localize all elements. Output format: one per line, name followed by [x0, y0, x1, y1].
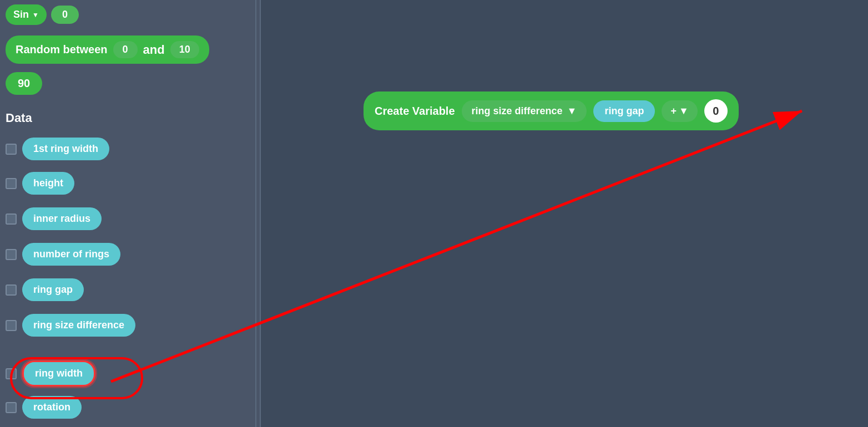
- plus-button[interactable]: + ▼: [662, 100, 697, 122]
- var-item-ring-gap: ring gap: [6, 278, 84, 301]
- ninety-block[interactable]: 90: [6, 72, 42, 95]
- var-item-inner-radius: inner radius: [6, 207, 102, 230]
- data-section-label: Data: [6, 111, 32, 125]
- var-checkbox-number-of-rings[interactable]: [6, 249, 17, 260]
- sidebar: Sin ▼ 0 Random between 0 and 10 90 Data …: [0, 0, 261, 427]
- sin-label: Sin: [13, 9, 29, 21]
- ring-gap-pill[interactable]: ring gap: [593, 100, 655, 122]
- plus-label: +: [670, 105, 677, 117]
- var-item-ring-width: ring width: [6, 360, 95, 387]
- var-checkbox-ring-width[interactable]: [6, 368, 17, 379]
- random-to-value[interactable]: 10: [170, 41, 199, 58]
- var-item-rotation: rotation: [6, 396, 82, 419]
- create-variable-block: Create Variable ring size difference ▼ r…: [364, 92, 739, 130]
- var-checkbox-1st-ring-width[interactable]: [6, 144, 17, 155]
- var-checkbox-inner-radius[interactable]: [6, 214, 17, 225]
- canvas-area: Create Variable ring size difference ▼ r…: [261, 0, 868, 427]
- ninety-value: 90: [18, 77, 30, 89]
- ring-size-difference-dropdown[interactable]: ring size difference ▼: [462, 100, 587, 122]
- random-between-block[interactable]: Random between 0 and 10: [6, 35, 209, 64]
- sin-dropdown-arrow: ▼: [32, 11, 39, 19]
- var-pill-ring-size-difference[interactable]: ring size difference: [22, 314, 135, 337]
- sin-button[interactable]: Sin ▼: [6, 4, 47, 25]
- sin-value[interactable]: 0: [51, 6, 79, 24]
- var-pill-ring-width[interactable]: ring width: [22, 360, 95, 387]
- var-pill-1st-ring-width[interactable]: 1st ring width: [22, 138, 109, 160]
- var-checkbox-height[interactable]: [6, 178, 17, 189]
- and-label: and: [143, 43, 165, 57]
- red-arrow: [261, 0, 868, 427]
- zero-value[interactable]: 0: [704, 99, 728, 123]
- ring-size-difference-label: ring size difference: [472, 105, 563, 117]
- var-checkbox-ring-size-difference[interactable]: [6, 320, 17, 331]
- sidebar-divider: [255, 0, 256, 427]
- sin-block: Sin ▼ 0: [6, 4, 79, 25]
- var-checkbox-rotation[interactable]: [6, 402, 17, 413]
- plus-dropdown-arrow: ▼: [679, 105, 689, 117]
- var-item-height: height: [6, 172, 74, 195]
- var-pill-number-of-rings[interactable]: number of rings: [22, 243, 120, 266]
- var-item-number-of-rings: number of rings: [6, 243, 120, 266]
- random-between-label: Random between: [16, 43, 108, 56]
- var-item-ring-size-difference: ring size difference: [6, 314, 135, 337]
- var-pill-ring-gap[interactable]: ring gap: [22, 278, 84, 301]
- var-item-1st-ring-width: 1st ring width: [6, 138, 109, 160]
- random-from-value[interactable]: 0: [113, 41, 138, 58]
- var-pill-rotation[interactable]: rotation: [22, 396, 82, 419]
- var-checkbox-ring-gap[interactable]: [6, 284, 17, 296]
- dropdown-arrow-icon: ▼: [567, 105, 577, 117]
- create-variable-label: Create Variable: [375, 105, 455, 118]
- var-pill-height[interactable]: height: [22, 172, 74, 195]
- var-pill-inner-radius[interactable]: inner radius: [22, 207, 102, 230]
